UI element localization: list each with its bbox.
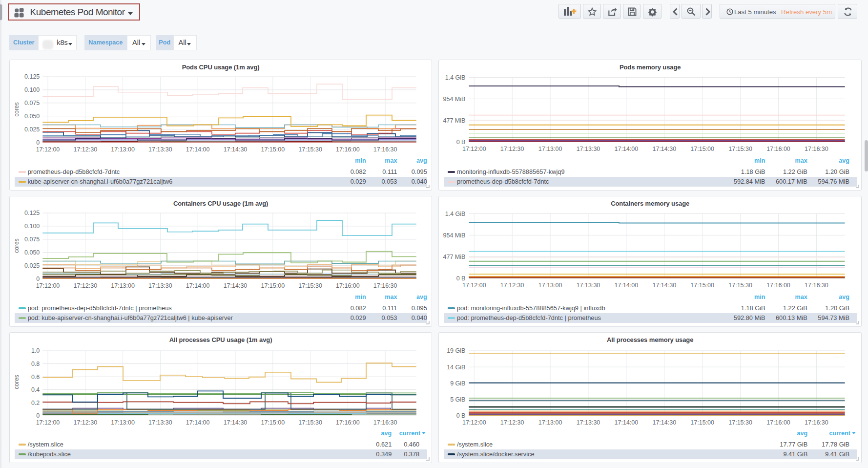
svg-text:17:15:30: 17:15:30 bbox=[728, 145, 752, 152]
svg-text:17:12:30: 17:12:30 bbox=[73, 282, 97, 289]
svg-text:17:12:30: 17:12:30 bbox=[500, 145, 524, 152]
svg-text:1.0: 1.0 bbox=[31, 347, 40, 354]
svg-text:17:15:00: 17:15:00 bbox=[690, 419, 714, 425]
svg-text:0.4: 0.4 bbox=[31, 386, 40, 393]
svg-text:17:13:30: 17:13:30 bbox=[148, 282, 172, 289]
svg-text:0 B: 0 B bbox=[456, 412, 466, 419]
svg-text:17:13:30: 17:13:30 bbox=[577, 281, 600, 288]
svg-text:17:16:00: 17:16:00 bbox=[766, 145, 790, 152]
svg-text:17:13:00: 17:13:00 bbox=[538, 145, 562, 152]
svg-text:17:13:00: 17:13:00 bbox=[538, 419, 562, 425]
svg-text:17:13:30: 17:13:30 bbox=[148, 146, 172, 152]
svg-text:17:15:00: 17:15:00 bbox=[261, 419, 285, 425]
svg-text:17:16:00: 17:16:00 bbox=[766, 419, 790, 425]
svg-text:1.4 GiB: 1.4 GiB bbox=[445, 74, 466, 81]
svg-text:17:16:30: 17:16:30 bbox=[373, 146, 397, 152]
svg-text:17:16:00: 17:16:00 bbox=[336, 282, 360, 289]
svg-text:17:14:00: 17:14:00 bbox=[186, 146, 210, 152]
svg-text:0.125: 0.125 bbox=[24, 73, 40, 80]
svg-text:477 MiB: 477 MiB bbox=[443, 253, 466, 260]
svg-text:0 B: 0 B bbox=[456, 138, 466, 145]
svg-text:17:12:30: 17:12:30 bbox=[500, 419, 524, 425]
svg-text:17:12:00: 17:12:00 bbox=[462, 419, 486, 425]
svg-text:0 B: 0 B bbox=[456, 275, 466, 281]
svg-text:17:12:00: 17:12:00 bbox=[462, 281, 486, 288]
svg-text:17:16:30: 17:16:30 bbox=[805, 419, 828, 425]
svg-text:17:15:30: 17:15:30 bbox=[298, 146, 322, 152]
svg-text:17:13:30: 17:13:30 bbox=[148, 419, 172, 425]
svg-text:17:14:30: 17:14:30 bbox=[223, 146, 247, 152]
svg-text:0.050: 0.050 bbox=[24, 113, 40, 120]
svg-text:17:15:00: 17:15:00 bbox=[261, 146, 285, 152]
svg-text:17:13:30: 17:13:30 bbox=[577, 145, 600, 152]
svg-text:0.050: 0.050 bbox=[24, 249, 40, 256]
svg-text:17:16:00: 17:16:00 bbox=[336, 419, 360, 425]
svg-text:0.100: 0.100 bbox=[24, 223, 40, 230]
svg-text:477 MiB: 477 MiB bbox=[443, 117, 466, 124]
svg-text:954 MiB: 954 MiB bbox=[443, 95, 466, 102]
svg-text:17:15:30: 17:15:30 bbox=[298, 419, 322, 425]
svg-text:17:14:30: 17:14:30 bbox=[652, 281, 676, 288]
svg-text:17:16:30: 17:16:30 bbox=[373, 419, 397, 425]
svg-text:17:12:30: 17:12:30 bbox=[500, 281, 524, 288]
svg-text:0: 0 bbox=[36, 139, 40, 146]
svg-text:0.075: 0.075 bbox=[24, 100, 40, 106]
svg-text:14 GiB: 14 GiB bbox=[447, 363, 465, 370]
svg-text:5 GiB: 5 GiB bbox=[450, 396, 465, 403]
svg-text:17:15:30: 17:15:30 bbox=[728, 419, 752, 425]
svg-text:17:16:30: 17:16:30 bbox=[805, 145, 828, 152]
svg-text:17:13:30: 17:13:30 bbox=[577, 419, 600, 425]
svg-text:954 MiB: 954 MiB bbox=[443, 232, 466, 238]
svg-text:17:14:30: 17:14:30 bbox=[223, 282, 247, 289]
svg-text:17:14:00: 17:14:00 bbox=[186, 419, 210, 425]
svg-text:0.100: 0.100 bbox=[24, 86, 40, 93]
svg-text:19 GiB: 19 GiB bbox=[447, 347, 465, 354]
svg-text:17:14:30: 17:14:30 bbox=[223, 419, 247, 425]
svg-text:17:12:00: 17:12:00 bbox=[462, 145, 486, 152]
svg-text:1.4 GiB: 1.4 GiB bbox=[445, 210, 466, 217]
svg-text:0.025: 0.025 bbox=[24, 262, 40, 269]
svg-text:17:15:30: 17:15:30 bbox=[728, 281, 752, 288]
svg-text:17:16:00: 17:16:00 bbox=[336, 146, 360, 152]
svg-text:17:13:00: 17:13:00 bbox=[538, 281, 562, 288]
svg-text:17:14:00: 17:14:00 bbox=[615, 281, 639, 288]
svg-text:0: 0 bbox=[36, 412, 40, 419]
svg-text:0.075: 0.075 bbox=[24, 236, 40, 243]
svg-text:17:15:30: 17:15:30 bbox=[298, 282, 322, 289]
svg-text:17:13:00: 17:13:00 bbox=[111, 419, 135, 425]
svg-text:17:12:00: 17:12:00 bbox=[36, 282, 60, 289]
svg-text:17:13:00: 17:13:00 bbox=[111, 282, 135, 289]
svg-text:17:14:00: 17:14:00 bbox=[186, 282, 210, 289]
svg-text:0.2: 0.2 bbox=[31, 399, 40, 406]
svg-text:17:15:00: 17:15:00 bbox=[690, 145, 714, 152]
svg-text:9 GiB: 9 GiB bbox=[450, 380, 465, 386]
svg-text:17:12:00: 17:12:00 bbox=[36, 146, 60, 152]
svg-text:17:14:00: 17:14:00 bbox=[615, 145, 639, 152]
svg-text:17:12:00: 17:12:00 bbox=[36, 419, 60, 425]
svg-text:0.125: 0.125 bbox=[24, 210, 40, 216]
svg-text:0.025: 0.025 bbox=[24, 126, 40, 132]
svg-text:17:12:30: 17:12:30 bbox=[73, 419, 97, 425]
svg-text:17:14:30: 17:14:30 bbox=[652, 419, 676, 425]
svg-text:17:14:30: 17:14:30 bbox=[652, 145, 676, 152]
svg-text:17:12:30: 17:12:30 bbox=[73, 146, 97, 152]
svg-text:17:16:30: 17:16:30 bbox=[373, 282, 397, 289]
svg-text:0.8: 0.8 bbox=[31, 360, 40, 367]
svg-text:0: 0 bbox=[36, 275, 40, 282]
svg-text:17:13:00: 17:13:00 bbox=[111, 146, 135, 152]
svg-text:17:16:30: 17:16:30 bbox=[805, 281, 828, 288]
svg-text:17:15:00: 17:15:00 bbox=[261, 282, 285, 289]
svg-text:17:14:00: 17:14:00 bbox=[615, 419, 639, 425]
svg-text:17:15:00: 17:15:00 bbox=[690, 281, 714, 288]
svg-text:17:16:00: 17:16:00 bbox=[766, 281, 790, 288]
svg-text:0.6: 0.6 bbox=[31, 373, 40, 380]
